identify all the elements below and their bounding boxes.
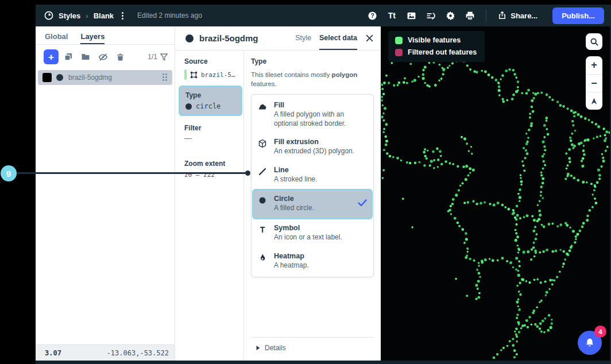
type-option-fill-extrusion[interactable]: Fill extrusionAn extruded (3D) polygon. [253,133,372,161]
legend-label: Visible features [408,36,461,44]
style-menu-kebab-icon[interactable] [118,10,127,21]
circle-type-icon [185,103,192,110]
group-layers-folder-icon[interactable] [78,50,93,64]
filter-value: — [184,134,239,142]
editor-title: brazil-5ogdmg [199,33,258,43]
type-card-label: Type [185,91,235,99]
legend-swatch [395,49,403,56]
fill-type-icon [258,101,268,128]
details-label: Details [265,344,286,352]
history-icon[interactable] [423,8,439,23]
line-type-icon [258,166,268,184]
polygon-source-icon [190,71,198,79]
type-option-name: Line [274,166,367,174]
print-icon[interactable] [462,8,478,23]
type-option-name: Symbol [274,224,367,232]
details-toggle[interactable]: Details [251,337,374,361]
layers-panel: Global Layers + 1/1 [36,26,175,361]
type-selection-main: Type This tileset contains mostly polygo… [244,51,381,361]
filter-funnel-icon [160,53,168,61]
layer-filter-control[interactable]: 1/1 [148,53,168,61]
legend-row: Visible features [395,36,477,44]
type-option-name: Fill extrusion [274,138,367,146]
map-legend: Visible featuresFiltered out features [388,31,485,62]
window-bottom-strip [36,361,611,364]
fonts-icon[interactable]: Tt [384,8,400,23]
zoom-extent-label: Zoom extent [184,160,239,168]
help-icon[interactable]: ? [364,8,380,23]
extrusion-type-icon [258,138,268,156]
hide-layer-eye-off-icon[interactable] [95,50,110,64]
svg-text:?: ? [370,13,374,19]
panel-tabs: Global Layers [36,26,175,45]
layers-toolbar: + 1/1 [36,45,175,69]
type-option-heatmap[interactable]: HeatmapA heatmap. [253,247,372,276]
settings-gear-icon[interactable] [442,8,458,23]
type-option-description: An icon or a text label. [274,233,367,242]
editor-sidebar: Source brazil-5… Type circle Filter [175,51,244,361]
compass-icon [590,97,598,106]
layer-type-circle-icon [56,74,63,81]
type-section-heading: Type [251,57,374,65]
zoom-level-value: 3.07 [45,349,61,357]
type-option-description: A stroked line. [274,175,367,184]
type-option-line[interactable]: LineA stroked line. [253,161,372,189]
top-bar: Styles › Blank Edited 2 minutes ago ? Tt [36,5,611,26]
tab-style[interactable]: Style [295,26,311,50]
edited-timestamp: Edited 2 minutes ago [137,11,202,20]
type-option-description: A heatmap. [274,261,367,270]
tab-layers[interactable]: Layers [80,32,105,44]
toolbar-divider [486,9,486,22]
type-option-circle[interactable]: CircleA filled circle. [253,190,372,218]
layer-row-brazil[interactable]: brazil-5ogdmg [38,70,172,85]
type-option-name: Circle [274,195,354,203]
type-card-selected[interactable]: Type circle [180,87,241,115]
map-search-button[interactable] [586,33,602,50]
breadcrumb-style-name: Blank [94,11,114,20]
breadcrumb-styles[interactable]: Styles [59,11,80,20]
add-layer-button[interactable]: + [44,49,59,64]
legend-swatch [395,37,403,44]
bell-icon [585,338,595,348]
layer-name: brazil-5ogdmg [68,73,112,82]
editor-header: brazil-5ogdmg Style Select data [175,26,381,51]
delete-layer-trash-icon[interactable] [113,50,127,64]
zoom-in-button[interactable]: + [586,56,602,74]
source-name: brazil-5… [201,71,235,79]
annotation-number-badge: 9 [1,165,17,181]
source-row[interactable]: brazil-5… [184,69,239,80]
breadcrumb-chevron-icon: › [86,11,88,20]
map-canvas[interactable]: Visible featuresFiltered out features + … [381,26,611,361]
tab-global[interactable]: Global [45,32,68,44]
layer-drag-handle[interactable] [163,73,168,82]
publish-button[interactable]: Publish... [552,7,604,24]
layer-color-swatch [42,73,52,82]
share-button[interactable]: Share... [494,11,541,20]
legend-label: Filtered out features [408,48,477,56]
duplicate-layer-icon[interactable] [61,50,76,64]
filter-label: Filter [184,124,239,132]
share-icon [498,11,506,20]
map-feature-dots [381,26,610,361]
app-window: Styles › Blank Edited 2 minutes ago ? Tt [36,5,611,364]
layer-type-dot-icon [185,34,194,42]
zoom-out-button[interactable]: − [586,74,602,92]
map-status-bar: 3.07 -13.063,-53.522 [36,344,175,361]
notification-count-badge: 4 [594,326,606,338]
legend-row: Filtered out features [395,48,477,56]
images-icon[interactable] [403,8,419,23]
type-option-fill[interactable]: FillA filled polygon with an optional st… [253,96,372,133]
type-option-symbol[interactable]: TSymbolAn icon or a text label. [253,219,372,247]
selected-check-icon [358,199,367,209]
layer-editor-panel: brazil-5ogdmg Style Select data Source b… [175,26,381,361]
compass-button[interactable] [586,92,602,110]
tab-select-data[interactable]: Select data [319,26,357,50]
mapbox-logo-icon[interactable] [44,10,54,21]
tileset-description: This tileset contains mostly polygon fea… [251,71,374,88]
details-caret-icon [256,345,261,351]
coordinates-value: -13.063,-53.522 [107,349,169,357]
search-icon [590,37,599,47]
symbol-type-icon: T [258,224,268,242]
type-option-description: An extruded (3D) polygon. [274,147,367,156]
close-editor-icon[interactable] [365,34,374,42]
